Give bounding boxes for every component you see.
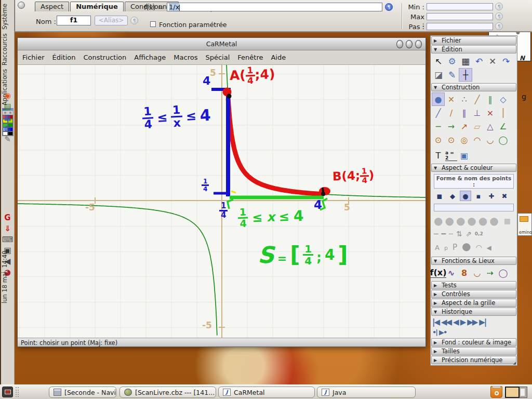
image-tool-icon[interactable]: ▣: [458, 149, 471, 162]
taskbar-grip[interactable]: [16, 387, 19, 397]
fx-input[interactable]: 1/x: [167, 3, 382, 11]
big-point-icon[interactable]: ●: [462, 240, 471, 252]
min-input[interactable]: [427, 3, 493, 10]
polygon-hexagon-tool-icon[interactable]: ◇: [497, 92, 510, 106]
section-header-grille[interactable]: ▶Aspect de la grille: [431, 299, 516, 307]
show-desktop-button[interactable]: [2, 387, 13, 397]
decimal-length-icon[interactable]: 0,2: [475, 231, 483, 236]
alias-pilcrow-button[interactable]: ¶: [130, 17, 138, 24]
menu-item[interactable]: Aide: [271, 54, 286, 61]
point-shape-square-icon[interactable]: ◼: [434, 191, 445, 201]
arc-three-points-tool-icon[interactable]: ◠: [471, 133, 484, 147]
locus-icon[interactable]: ◡: [471, 266, 484, 280]
point-name-input[interactable]: [434, 204, 514, 211]
angle-tool-icon[interactable]: ∠: [497, 119, 510, 133]
line-point-tool-icon[interactable]: ∕: [445, 106, 458, 119]
color-swatch-icon[interactable]: ●: [489, 215, 498, 227]
section-header-tests[interactable]: ▶Tests: [431, 281, 516, 289]
max-input[interactable]: [427, 13, 493, 20]
thick-line-icon[interactable]: ━: [441, 230, 445, 238]
angle-mark-icon[interactable]: ◀: [487, 244, 491, 251]
color-swatch-icon[interactable]: ●: [467, 215, 476, 227]
film-macro-icon[interactable]: ▦: [459, 55, 472, 68]
menu-item[interactable]: Édition: [52, 54, 76, 61]
function-curve-icon[interactable]: ∿: [445, 266, 458, 280]
geometry-canvas[interactable]: A(14;4) B(4;14) 14 ≤ 1x ≤ 4 14 ≤ x ≤ 4 S: [18, 65, 425, 338]
wrench-tool-icon[interactable]: ⚙: [445, 55, 459, 68]
min-pilcrow-button[interactable]: ¶: [495, 3, 503, 10]
section-header-fonctions[interactable]: ▼Fonctions & Lieux: [431, 257, 516, 265]
fx-pilcrow-button[interactable]: ¶: [385, 3, 393, 11]
thin-line-icon[interactable]: ─: [434, 230, 438, 238]
menu-item[interactable]: Fenêtre: [237, 54, 263, 61]
arrow-diagonal-icon[interactable]: ⇗: [466, 230, 472, 238]
perpendicular-tool-icon[interactable]: ⊥: [471, 106, 484, 119]
semicircle-tool-icon[interactable]: ◡: [484, 133, 497, 147]
intersection-tool-icon[interactable]: ✕: [445, 92, 458, 106]
pas-pilcrow-button[interactable]: ¶: [495, 22, 503, 30]
undo-icon[interactable]: ↶: [472, 55, 486, 68]
parallel-points-tool-icon[interactable]: ∥: [484, 92, 497, 106]
history-back-icon[interactable]: ◀: [453, 317, 458, 327]
pas-input[interactable]: [427, 23, 493, 30]
point-shape-dot-icon[interactable]: ▪: [473, 191, 484, 201]
color-swatch-icon[interactable]: ●: [456, 215, 465, 227]
history-forward-icon[interactable]: ▶: [460, 317, 466, 327]
history-fast-back-icon[interactable]: ◀◀: [441, 317, 451, 327]
section-header-fond[interactable]: ▶Fond : couleur & image: [431, 338, 516, 347]
line-tool-icon[interactable]: ╱: [432, 106, 445, 119]
point-shape-diamond-icon[interactable]: ◆: [447, 191, 458, 201]
label-p-small-icon[interactable]: p: [444, 245, 448, 251]
fx-expression-icon[interactable]: f(x): [432, 266, 445, 280]
triangle-points-tool-icon[interactable]: △: [484, 119, 497, 133]
move-tool-icon[interactable]: ↖: [432, 55, 445, 68]
filled-polygon-tool-icon[interactable]: ▱: [471, 119, 484, 133]
curve-handle-icon[interactable]: ◠: [475, 243, 482, 251]
window-minimize-button[interactable]: [396, 40, 403, 48]
task-button-scanlivre[interactable]: [ScanLivre.cbz --- [141...: [119, 387, 216, 398]
section-header-edition[interactable]: ▼Édition: [431, 45, 516, 54]
point-tool-icon[interactable]: ●: [432, 92, 445, 106]
toolbar-window-button[interactable]: [18, 2, 25, 9]
alias-button[interactable]: <Alias>: [95, 16, 128, 25]
grab-g-icon[interactable]: G: [2, 213, 14, 223]
ray-tool-icon[interactable]: →: [445, 119, 458, 133]
history-fast-forward-icon[interactable]: ▶▶: [467, 317, 477, 327]
trace-icon[interactable]: ⇢: [484, 266, 497, 280]
compass-tool-icon[interactable]: ◎: [458, 133, 471, 147]
segment-tool-icon[interactable]: ─: [432, 119, 445, 133]
task-button-java[interactable]: J Java: [317, 387, 416, 398]
menu-item[interactable]: Fichier: [22, 54, 45, 61]
section-header-aspect[interactable]: ▼Aspect & couleur: [431, 164, 516, 172]
redo-icon[interactable]: ↷: [499, 55, 513, 68]
color-swatch-icon[interactable]: ●: [445, 215, 454, 227]
point-B[interactable]: [321, 192, 325, 196]
parametric-checkbox[interactable]: [150, 21, 156, 27]
delete-object-icon[interactable]: ✕: [486, 55, 499, 68]
function-editor-tab[interactable]: Aspect: [35, 2, 69, 11]
menu-item[interactable]: Construction: [83, 54, 126, 61]
rail-label-system[interactable]: Système: [1, 3, 14, 30]
task-button-carmetal[interactable]: J CaRMetal: [218, 387, 315, 398]
arrows-cross-icon[interactable]: ⇅: [456, 230, 462, 238]
globe-icon[interactable]: ◍: [2, 124, 14, 134]
circle-center-tool-icon[interactable]: ⊙: [432, 133, 445, 147]
circle-radius-tool-icon[interactable]: ⊙: [445, 133, 458, 147]
dotted-line-icon[interactable]: ┄: [449, 230, 453, 238]
history-first-icon[interactable]: |◀: [432, 317, 439, 327]
nom-input[interactable]: f1: [57, 16, 91, 25]
carmetal-titlebar[interactable]: CaRMetal: [18, 38, 425, 50]
menu-item[interactable]: Macros: [174, 54, 197, 61]
parametric-curve-icon[interactable]: 8: [458, 266, 471, 280]
notepad-icon[interactable]: ✎: [2, 135, 14, 144]
label-a-point-icon[interactable]: A: [435, 244, 440, 251]
section-header-precision[interactable]: ▶Précision numérique: [431, 356, 516, 364]
history-play-point-icon[interactable]: ▶•: [439, 328, 446, 336]
section-header-tailles[interactable]: ▶Tailles: [431, 347, 516, 355]
max-pilcrow-button[interactable]: ¶: [495, 12, 503, 20]
color-square-icon[interactable]: ■: [504, 217, 511, 225]
function-editor-tab[interactable]: Numérique: [70, 2, 124, 11]
text-tool-icon[interactable]: T: [432, 149, 445, 162]
trash-icon[interactable]: [490, 386, 502, 398]
window-maximize-button[interactable]: [406, 40, 413, 48]
